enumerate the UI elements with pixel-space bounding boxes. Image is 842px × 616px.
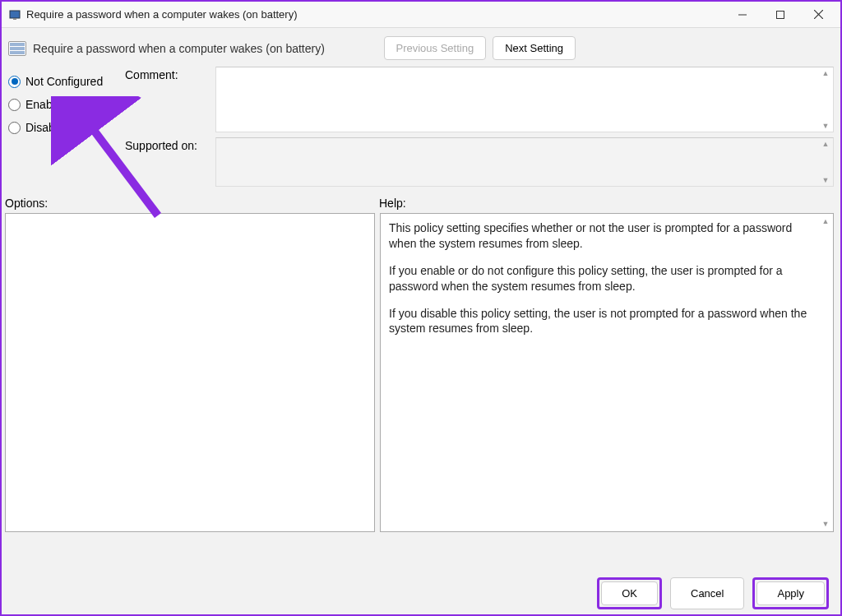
maximize-button[interactable] bbox=[761, 2, 799, 28]
setting-nav: Previous Setting Next Setting bbox=[384, 36, 576, 60]
radio-indicator-icon bbox=[8, 122, 21, 134]
comment-textarea[interactable]: ▲▼ bbox=[215, 67, 834, 132]
pane-labels: Options: Help: bbox=[2, 190, 840, 213]
comment-label: Comment: bbox=[125, 67, 207, 81]
close-button[interactable] bbox=[799, 2, 837, 28]
options-pane bbox=[5, 213, 375, 532]
radio-label: Enabled bbox=[25, 98, 67, 111]
ok-button[interactable]: OK bbox=[601, 581, 658, 605]
scrollbar-icon[interactable]: ▲▼ bbox=[820, 69, 831, 130]
svg-rect-0 bbox=[10, 11, 20, 18]
policy-item-icon bbox=[8, 41, 26, 56]
scrollbar-icon[interactable]: ▲▼ bbox=[820, 216, 831, 529]
dialog-footer: OK Cancel Apply bbox=[597, 577, 829, 609]
state-radio-group: Not Configured Enabled Disabled bbox=[8, 67, 115, 187]
supported-row: Supported on: ▲▼ bbox=[125, 137, 834, 187]
annotation-highlight: OK bbox=[597, 577, 662, 609]
policy-editor-icon bbox=[8, 8, 21, 21]
svg-rect-3 bbox=[777, 11, 784, 18]
radio-not-configured[interactable]: Not Configured bbox=[8, 70, 115, 93]
svg-rect-1 bbox=[13, 18, 16, 20]
radio-label: Disabled bbox=[25, 121, 70, 134]
window-controls bbox=[724, 2, 837, 28]
scrollbar-icon[interactable]: ▲▼ bbox=[820, 140, 831, 184]
titlebar: Require a password when a computer wakes… bbox=[2, 2, 840, 28]
previous-setting-button[interactable]: Previous Setting bbox=[384, 36, 487, 60]
radio-enabled[interactable]: Enabled bbox=[8, 93, 115, 116]
window-title: Require a password when a computer wakes… bbox=[26, 8, 724, 21]
radio-indicator-icon bbox=[8, 76, 21, 88]
help-pane: This policy setting specifies whether or… bbox=[380, 213, 834, 532]
policy-title: Require a password when a computer wakes… bbox=[33, 42, 325, 55]
panes-row: This policy setting specifies whether or… bbox=[2, 213, 840, 532]
options-label: Options: bbox=[5, 197, 379, 210]
help-paragraph: This policy setting specifies whether or… bbox=[389, 220, 817, 252]
help-label: Help: bbox=[379, 197, 406, 210]
header-row: Require a password when a computer wakes… bbox=[2, 28, 840, 67]
radio-disabled[interactable]: Disabled bbox=[8, 116, 115, 139]
help-paragraph: If you enable or do not configure this p… bbox=[389, 263, 817, 294]
radio-label: Not Configured bbox=[25, 75, 103, 88]
fields-column: Comment: ▲▼ Supported on: ▲▼ bbox=[125, 67, 834, 187]
cancel-button[interactable]: Cancel bbox=[670, 577, 744, 609]
annotation-highlight: Apply bbox=[752, 577, 829, 609]
apply-button[interactable]: Apply bbox=[756, 581, 825, 605]
supported-label: Supported on: bbox=[125, 137, 207, 152]
minimize-button[interactable] bbox=[724, 2, 761, 28]
next-setting-button[interactable]: Next Setting bbox=[493, 36, 576, 60]
supported-on-box: ▲▼ bbox=[215, 137, 834, 187]
help-paragraph: If you disable this policy setting, the … bbox=[389, 306, 817, 337]
state-config-area: Not Configured Enabled Disabled Comment:… bbox=[2, 67, 840, 190]
radio-indicator-icon bbox=[8, 99, 21, 111]
comment-row: Comment: ▲▼ bbox=[125, 67, 834, 132]
